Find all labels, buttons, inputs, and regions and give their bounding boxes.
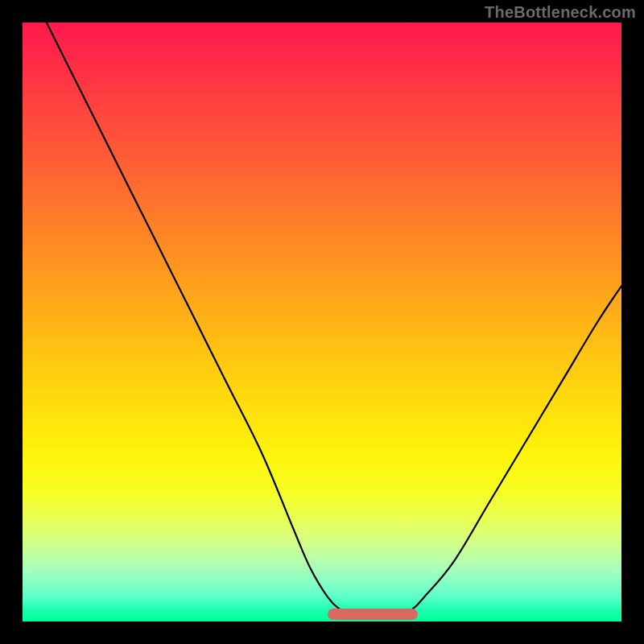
optimal-range-marker bbox=[328, 609, 418, 620]
bottleneck-curve bbox=[23, 23, 621, 621]
plot-area bbox=[23, 23, 621, 621]
chart-frame: TheBottleneck.com bbox=[0, 0, 644, 644]
watermark-text: TheBottleneck.com bbox=[485, 3, 636, 22]
